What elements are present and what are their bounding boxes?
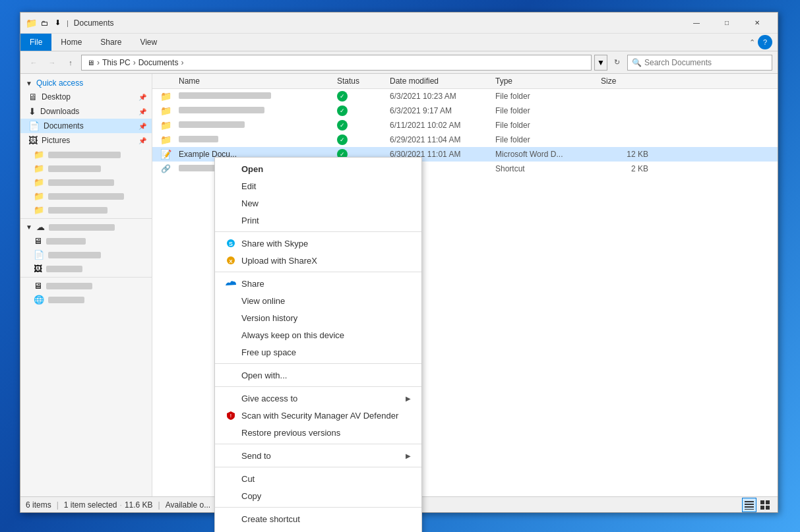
ctx-version-history-icon	[226, 312, 236, 323]
sidebar-item-blurred-5[interactable]: 📁	[20, 203, 152, 217]
available-space: Available o...	[166, 500, 211, 510]
sidebar-quick-access[interactable]: ▼ Quick access	[20, 76, 152, 90]
table-row[interactable]: 📁 ✓ 6/11/2021 10:02 AM File folder	[152, 118, 778, 133]
ribbon-expand-btn[interactable]: ⌃	[749, 38, 755, 47]
sidebar-item-downloads[interactable]: ⬇ Downloads 📌	[20, 104, 152, 119]
ctx-share[interactable]: Share	[215, 275, 421, 292]
ctx-restore-versions[interactable]: Restore previous versions	[215, 424, 421, 441]
status-check-icon: ✓	[337, 105, 348, 116]
ctx-shortcut-label: Create shortcut	[241, 514, 300, 524]
quick-access-label: Quick access	[36, 78, 83, 88]
table-row[interactable]: 📁 ✓ 6/3/2021 10:23 AM File folder	[152, 89, 778, 103]
desktop-icon: 🖥	[28, 92, 38, 102]
svg-rect-2	[745, 506, 754, 508]
status-check-icon: ✓	[337, 134, 348, 145]
ctx-sharex-label: Upload with ShareX	[241, 256, 317, 266]
file-date: 6/11/2021 10:02 AM	[390, 121, 495, 130]
ctx-new-label: New	[241, 198, 259, 208]
sidebar-item-pictures[interactable]: 🖼 Pictures 📌	[20, 133, 152, 148]
svg-rect-1	[745, 504, 754, 505]
details-view-btn[interactable]	[742, 498, 756, 512]
help-button[interactable]: ?	[758, 35, 772, 49]
col-type-header[interactable]: Type	[495, 76, 601, 86]
ctx-keep-icon	[226, 330, 236, 340]
ctx-send-to[interactable]: Send to ▶	[215, 447, 421, 464]
tab-file[interactable]: File	[20, 34, 51, 51]
svg-rect-7	[766, 506, 770, 510]
ctx-give-access[interactable]: Give access to ▶	[215, 390, 421, 407]
table-row[interactable]: 📁 ✓ 6/29/2021 11:04 AM File folder	[152, 133, 778, 147]
sidebar-network-1[interactable]: 🖥	[20, 279, 152, 293]
shield-icon: !	[226, 410, 236, 421]
file-type: Microsoft Word D...	[495, 150, 601, 159]
col-size-header[interactable]: Size	[601, 76, 654, 86]
ribbon-tabs: File Home Share View ⌃ ?	[20, 34, 778, 51]
large-icons-view-btn[interactable]	[758, 498, 772, 512]
sidebar-item-blurred-4[interactable]: 📁	[20, 189, 152, 203]
ctx-keep-on-device[interactable]: Always keep on this device	[215, 326, 421, 343]
ctx-sep-3	[215, 363, 421, 364]
sidebar-item-blurred-2[interactable]: 📁	[20, 162, 152, 175]
sidebar-item-blurred-1[interactable]: 📁	[20, 148, 152, 162]
folder-icon: 📁	[152, 105, 179, 116]
ctx-view-online[interactable]: View online	[215, 292, 421, 309]
ctx-edit-label: Edit	[241, 181, 256, 191]
ctx-open-with[interactable]: Open with...	[215, 367, 421, 384]
sidebar-network-2[interactable]: 🌐	[20, 293, 152, 307]
ctx-copy-label: Copy	[241, 491, 261, 501]
ctx-free-space[interactable]: Free up space	[215, 343, 421, 361]
table-row[interactable]: 📁 ✓ 6/3/2021 9:17 AM File folder	[152, 103, 778, 118]
sidebar-item-desktop[interactable]: 🖥 Desktop 📌	[20, 90, 152, 104]
ctx-skype[interactable]: S Share with Skype	[215, 235, 421, 252]
ctx-create-shortcut[interactable]: Create shortcut	[215, 510, 421, 527]
sidebar-item-blurred-3[interactable]: 📁	[20, 175, 152, 189]
up-button[interactable]: ↑	[63, 55, 78, 71]
sidebar-item-documents[interactable]: 📄 Documents 📌	[20, 119, 152, 133]
ctx-scan[interactable]: ! Scan with Security Manager AV Defender	[215, 407, 421, 424]
svg-rect-5	[766, 500, 770, 504]
ctx-new[interactable]: New	[215, 194, 421, 212]
ribbon: File Home Share View ⌃ ?	[20, 34, 778, 51]
file-type: File folder	[495, 121, 601, 130]
file-name	[179, 121, 337, 130]
close-button[interactable]: ✕	[742, 13, 772, 34]
ctx-sharex[interactable]: X Upload with ShareX	[215, 252, 421, 269]
tab-view[interactable]: View	[131, 34, 166, 51]
ctx-send-to-arrow: ▶	[406, 452, 411, 459]
sidebar-onedrive[interactable]: ▼ ☁	[20, 220, 152, 234]
refresh-button[interactable]: ↻	[609, 55, 625, 71]
minimize-button[interactable]: —	[681, 13, 712, 34]
ctx-version-history[interactable]: Version history	[215, 309, 421, 326]
col-status-header[interactable]: Status	[337, 76, 390, 86]
back-button[interactable]: ←	[26, 55, 42, 71]
sidebar-onedrive-documents[interactable]: 📄	[20, 248, 152, 262]
title-bar: 📁 🗀 ⬇ | Documents — □ ✕	[20, 13, 778, 34]
maximize-button[interactable]: □	[712, 13, 742, 34]
pin-icon-3: 📌	[138, 123, 146, 130]
ctx-open[interactable]: Open	[215, 160, 421, 177]
address-bar: ← → ↑ 🖥 › This PC › Documents › ▼ ↻ 🔍	[20, 51, 778, 74]
tab-home[interactable]: Home	[51, 34, 91, 51]
col-date-header[interactable]: Date modified	[390, 76, 495, 86]
ctx-cut[interactable]: Cut	[215, 470, 421, 487]
ctx-view-online-label: View online	[241, 296, 285, 306]
ctx-edit[interactable]: Edit	[215, 177, 421, 194]
window-title: Documents	[74, 18, 681, 28]
sidebar-onedrive-pictures[interactable]: 🖼	[20, 262, 152, 276]
ctx-print[interactable]: Print	[215, 212, 421, 229]
sidebar-onedrive-desktop[interactable]: 🖥	[20, 234, 152, 248]
tab-share[interactable]: Share	[91, 34, 131, 51]
ctx-sep-7	[215, 507, 421, 508]
address-dropdown-btn[interactable]: ▼	[594, 55, 607, 71]
search-input[interactable]	[644, 58, 768, 67]
search-box: 🔍	[627, 55, 772, 71]
address-path[interactable]: 🖥 › This PC › Documents ›	[81, 55, 592, 71]
ctx-copy-icon	[226, 490, 236, 501]
forward-button[interactable]: →	[44, 55, 60, 71]
search-icon: 🔍	[632, 58, 642, 67]
ctx-delete[interactable]: Delete	[215, 527, 421, 532]
ctx-give-access-arrow: ▶	[406, 395, 411, 402]
window-controls: — □ ✕	[681, 13, 772, 34]
col-name-header[interactable]: Name	[152, 76, 337, 86]
ctx-copy[interactable]: Copy	[215, 487, 421, 504]
